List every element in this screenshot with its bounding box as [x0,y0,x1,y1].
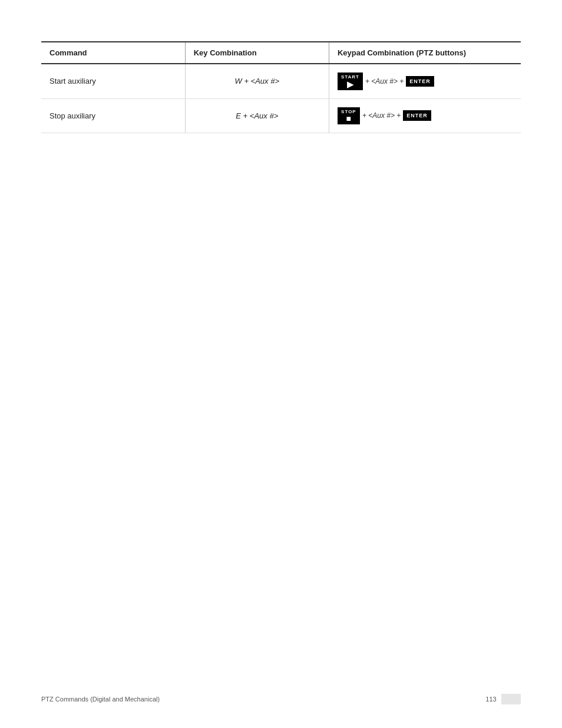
stop-icon: ■ [346,114,351,123]
enter-button-badge-start: ENTER [406,76,434,87]
table-row: Start auxiliary W + <Aux #> START ▶ + <A… [41,64,521,98]
command-cell: Start auxiliary [41,64,185,98]
stop-button-badge: STOP ■ [338,107,360,125]
play-icon: ▶ [347,80,354,88]
header-command: Command [41,42,185,64]
keypad-cell-stop: STOP ■ + <Aux #> + ENTER [329,98,521,133]
page-number: 113 [485,696,496,703]
enter-button-badge-stop: ENTER [403,110,431,121]
key-combination-cell: E + <Aux #> [185,98,329,133]
start-button-badge: START ▶ [338,73,363,90]
page-number-box [501,694,521,704]
command-cell: Stop auxiliary [41,98,185,133]
keypad-combination-start: START ▶ + <Aux #> + ENTER [338,73,513,90]
table-row: Stop auxiliary E + <Aux #> STOP ■ + <Aux… [41,98,521,133]
page-number-area: 113 [485,694,521,704]
page-footer: PTZ Commands (Digital and Mechanical) 11… [41,694,521,704]
command-label: Start auxiliary [49,77,96,85]
aux-text-start: + <Aux #> + [365,77,404,85]
keypad-cell-start: START ▶ + <Aux #> + ENTER [329,64,521,98]
key-combination-cell: W + <Aux #> [185,64,329,98]
header-keypad-combination: Keypad Combination (PTZ buttons) [329,42,521,64]
table-header-row: Command Key Combination Keypad Combinati… [41,42,521,64]
key-combination-value: W + <Aux #> [235,77,280,85]
page-container: Command Key Combination Keypad Combinati… [0,0,562,169]
header-key-combination: Key Combination [185,42,329,64]
key-combination-value: E + <Aux #> [236,111,278,120]
footer-left-text: PTZ Commands (Digital and Mechanical) [41,696,160,703]
aux-text-stop: + <Aux #> + [362,111,401,120]
keypad-combination-stop: STOP ■ + <Aux #> + ENTER [338,107,513,125]
commands-table: Command Key Combination Keypad Combinati… [41,41,521,133]
command-label: Stop auxiliary [49,111,95,120]
